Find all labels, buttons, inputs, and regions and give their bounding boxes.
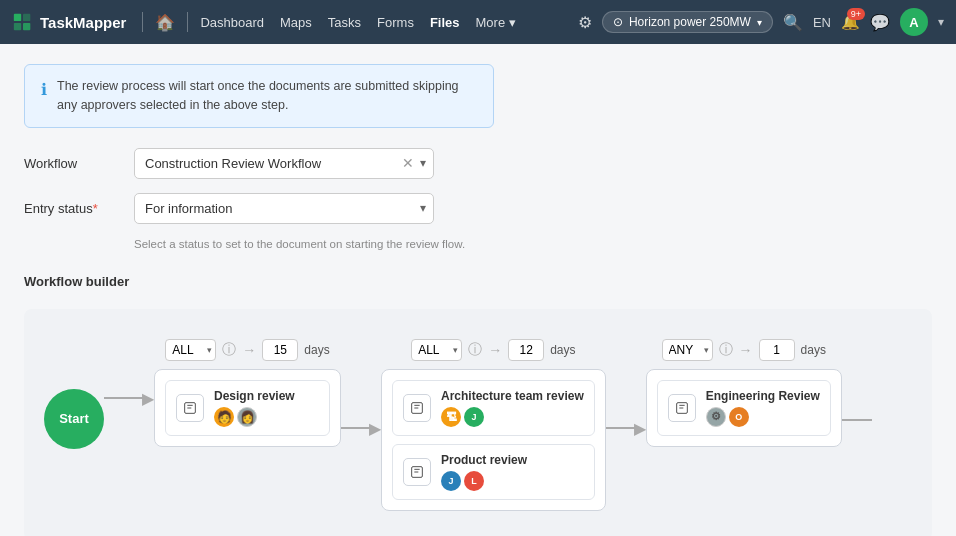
task-name-arch: Architecture team review — [441, 389, 584, 403]
nav-links: Dashboard Maps Tasks Forms Files More ▾ — [200, 15, 515, 30]
task-info-design: Design review 🧑 👩 — [214, 389, 319, 427]
notifications-button[interactable]: 🔔 9+ — [841, 13, 860, 31]
task-avatars-product: J L — [441, 471, 584, 491]
stage-1-type-select[interactable]: ALL ANY — [165, 339, 216, 361]
entry-status-hint: Select a status to set to the document o… — [134, 238, 932, 250]
start-node: Start — [44, 389, 104, 449]
stage-3-meta: ANY ALL ▾ ⓘ → days — [662, 339, 826, 361]
main-content: ℹ The review process will start once the… — [0, 44, 956, 536]
stage-1-arrow-icon: → — [242, 342, 256, 358]
nav-dashboard[interactable]: Dashboard — [200, 15, 264, 30]
task-avatars-design: 🧑 👩 — [214, 407, 319, 427]
task-name-product: Product review — [441, 453, 584, 467]
user-avatar[interactable]: A — [900, 8, 928, 36]
stage-3-info-icon[interactable]: ⓘ — [719, 341, 733, 359]
task-card-engineering-review[interactable]: Engineering Review ⚙ O — [657, 380, 831, 436]
arrow-to-stage1: ▶ — [104, 389, 154, 408]
task-icon-design — [176, 394, 204, 422]
stage-1-cards: Design review 🧑 👩 — [154, 369, 341, 447]
stage-2-arrow-icon: → — [488, 342, 502, 358]
nav-tasks[interactable]: Tasks — [328, 15, 361, 30]
entry-status-select[interactable]: For information — [134, 193, 434, 224]
svg-rect-3 — [23, 23, 30, 30]
stage-2-cards: Architecture team review 🏗 J — [381, 369, 606, 511]
home-icon[interactable]: 🏠 — [155, 13, 175, 32]
task-card-product-review[interactable]: Product review J L — [392, 444, 595, 500]
settings-icon[interactable]: ⚙ — [578, 13, 592, 32]
search-icon[interactable]: 🔍 — [783, 13, 803, 32]
nav-more[interactable]: More ▾ — [476, 15, 516, 30]
workflow-builder-section: Workflow builder Start ▶ A — [24, 274, 932, 537]
entry-status-row: Entry status* For information ▾ — [24, 193, 932, 224]
stage-1-days-label: days — [304, 343, 329, 357]
task-avatars-arch: 🏗 J — [441, 407, 584, 427]
task-info-product: Product review J L — [441, 453, 584, 491]
stage-3-type-wrapper: ANY ALL ▾ — [662, 339, 713, 361]
arrow-head2-icon: ▶ — [369, 419, 381, 438]
workflow-select-wrapper: Construction Review Workflow ✕ ▾ — [134, 148, 434, 179]
workflow-select[interactable]: Construction Review Workflow — [134, 148, 434, 179]
stage-2-info-icon[interactable]: ⓘ — [468, 341, 482, 359]
stage-1-info-icon[interactable]: ⓘ — [222, 341, 236, 359]
stage-1-days-input[interactable] — [262, 339, 298, 361]
workflow-builder-title: Workflow builder — [24, 274, 932, 289]
language-selector[interactable]: EN — [813, 15, 831, 30]
stage-3-days-input[interactable] — [759, 339, 795, 361]
task-info-arch: Architecture team review 🏗 J — [441, 389, 584, 427]
avatar-arch-2: J — [464, 407, 484, 427]
avatar-chevron-icon[interactable]: ▾ — [938, 15, 944, 29]
svg-rect-2 — [23, 14, 30, 21]
avatar-eng-2: O — [729, 407, 749, 427]
stage-1-meta: ALL ANY ▾ ⓘ → days — [165, 339, 329, 361]
stage-1-type-wrapper: ALL ANY ▾ — [165, 339, 216, 361]
nav-maps[interactable]: Maps — [280, 15, 312, 30]
task-icon-engineering — [668, 394, 696, 422]
avatar-eng-1: ⚙ — [706, 407, 726, 427]
stage-2-type-wrapper: ALL ANY ▾ — [411, 339, 462, 361]
avatar-product-2: L — [464, 471, 484, 491]
nav-right: ⚙ ⊙ Horizon power 250MW ▾ 🔍 EN 🔔 9+ 💬 A … — [578, 8, 944, 36]
task-name-design: Design review — [214, 389, 319, 403]
avatar-design-1: 🧑 — [214, 407, 234, 427]
entry-status-label: Entry status* — [24, 201, 134, 216]
stage-3-cards: Engineering Review ⚙ O — [646, 369, 842, 447]
stage-2-days-input[interactable] — [508, 339, 544, 361]
navbar: TaskMapper 🏠 Dashboard Maps Tasks Forms … — [0, 0, 956, 44]
stage-3-days-label: days — [801, 343, 826, 357]
avatar-design-2: 👩 — [237, 407, 257, 427]
avatar-product-1: J — [441, 471, 461, 491]
svg-rect-0 — [14, 14, 21, 21]
notification-badge: 9+ — [847, 8, 865, 20]
stage-3-type-select[interactable]: ANY ALL — [662, 339, 713, 361]
arrow-to-stage3: ▶ — [606, 419, 646, 438]
alert-box: ℹ The review process will start once the… — [24, 64, 494, 128]
nav-files[interactable]: Files — [430, 15, 460, 30]
avatar-arch-1: 🏗 — [441, 407, 461, 427]
workflow-flow: Start ▶ ALL ANY ▾ — [44, 339, 872, 511]
task-name-engineering: Engineering Review — [706, 389, 820, 403]
nav-divider2 — [187, 12, 188, 32]
task-card-arch-review[interactable]: Architecture team review 🏗 J — [392, 380, 595, 436]
stage-2-meta: ALL ANY ▾ ⓘ → days — [411, 339, 575, 361]
task-icon-arch — [403, 394, 431, 422]
stage-1: ALL ANY ▾ ⓘ → days — [154, 339, 341, 447]
stage-2-type-select[interactable]: ALL ANY — [411, 339, 462, 361]
task-card-design-review[interactable]: Design review 🧑 👩 — [165, 380, 330, 436]
entry-status-select-wrapper: For information ▾ — [134, 193, 434, 224]
task-info-engineering: Engineering Review ⚙ O — [706, 389, 820, 427]
project-selector[interactable]: ⊙ Horizon power 250MW ▾ — [602, 11, 773, 33]
nav-forms[interactable]: Forms — [377, 15, 414, 30]
messages-icon[interactable]: 💬 — [870, 13, 890, 32]
logo[interactable]: TaskMapper — [12, 11, 126, 33]
workflow-label: Workflow — [24, 156, 134, 171]
required-indicator: * — [93, 201, 98, 216]
clear-workflow-icon[interactable]: ✕ — [402, 155, 414, 171]
stage-3: ANY ALL ▾ ⓘ → days — [646, 339, 842, 447]
arrow-to-stage2: ▶ — [341, 419, 381, 438]
nav-divider — [142, 12, 143, 32]
stage-2: ALL ANY ▾ ⓘ → days — [381, 339, 606, 511]
svg-rect-1 — [14, 23, 21, 30]
workflow-row: Workflow Construction Review Workflow ✕ … — [24, 148, 932, 179]
stage-3-arrow-icon: → — [739, 342, 753, 358]
stage-2-days-label: days — [550, 343, 575, 357]
